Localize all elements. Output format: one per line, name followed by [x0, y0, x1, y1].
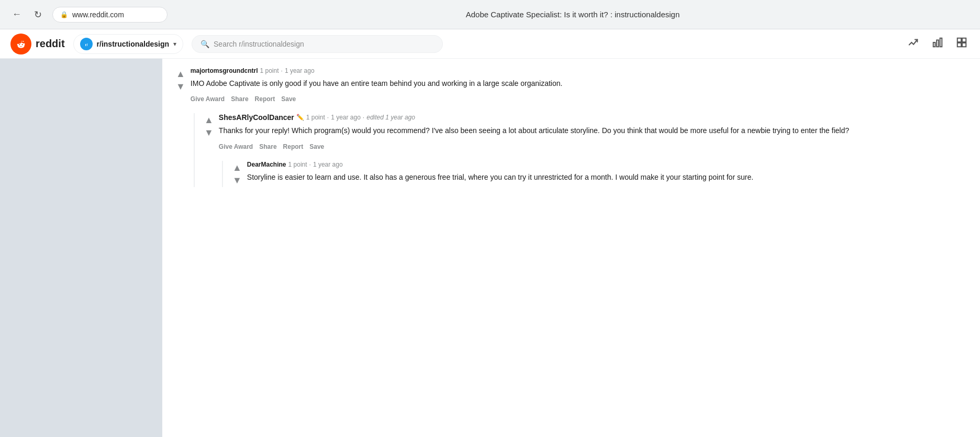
comment-3: ▲ ▼ DearMachine 1 point · 1 year ago Sto… [231, 161, 967, 187]
comment-2: ▲ ▼ ShesARlyCoolDancer ✏️ 1 point · 1 ye… [203, 113, 967, 152]
vote-column-2: ▲ ▼ [203, 113, 215, 152]
search-icon: 🔍 [201, 40, 209, 48]
svg-rect-5 [933, 42, 936, 47]
comment-dot-2: · [327, 114, 329, 121]
downvote-button-1[interactable]: ▼ [175, 81, 186, 92]
comment-points-3: 1 point [288, 161, 307, 168]
browser-chrome: ← ↻ 🔒 www.reddit.com Adobe Captivate Spe… [0, 0, 980, 29]
svg-rect-10 [957, 43, 961, 47]
svg-rect-11 [962, 43, 966, 47]
comment-points-1: 1 point [260, 67, 279, 74]
address-bar[interactable]: 🔒 www.reddit.com [52, 7, 168, 23]
give-award-button-2[interactable]: Give Award [219, 141, 253, 152]
nested-comment-2: ▲ ▼ ShesARlyCoolDancer ✏️ 1 point · 1 ye… [194, 113, 967, 187]
comment-dot-3: · [309, 161, 311, 168]
main-content: ▲ ▼ majortomsgroundcntrl 1 point · 1 yea… [0, 59, 980, 437]
save-button-2[interactable]: Save [309, 141, 324, 152]
share-button-1[interactable]: Share [231, 93, 248, 105]
comment-thread-1: ▲ ▼ majortomsgroundcntrl 1 point · 1 yea… [162, 59, 980, 195]
comment-author-3[interactable]: DearMachine [247, 161, 286, 168]
svg-rect-8 [957, 38, 961, 42]
comment-1: ▲ ▼ majortomsgroundcntrl 1 point · 1 yea… [175, 67, 967, 105]
report-button-2[interactable]: Report [283, 141, 304, 152]
vote-column-1: ▲ ▼ [175, 67, 186, 105]
search-bar[interactable]: 🔍 Search r/instructionaldesign [192, 35, 443, 53]
comment-meta-1: majortomsgroundcntrl 1 point · 1 year ag… [191, 67, 967, 74]
browser-nav: ← ↻ [8, 6, 46, 23]
pencil-icon: ✏️ [296, 114, 304, 121]
svg-rect-7 [940, 38, 942, 47]
subreddit-selector[interactable]: r/ r/instructionaldesign ▾ [73, 34, 183, 54]
downvote-button-2[interactable]: ▼ [203, 127, 215, 138]
comment-meta-3: DearMachine 1 point · 1 year ago [247, 161, 967, 168]
trending-button[interactable] [906, 35, 921, 53]
svg-point-1 [19, 44, 20, 45]
comment-body-3: DearMachine 1 point · 1 year ago Storyli… [247, 161, 967, 187]
comment-actions-2: Give Award Share Report Save [219, 141, 967, 152]
subreddit-icon: r/ [80, 38, 93, 50]
lock-icon: 🔒 [60, 11, 68, 18]
reddit-icon [10, 34, 31, 54]
upvote-button-3[interactable]: ▲ [231, 162, 243, 173]
comment-meta-2: ShesARlyCoolDancer ✏️ 1 point · 1 year a… [219, 113, 967, 122]
vote-column-3: ▲ ▼ [231, 161, 243, 187]
svg-rect-6 [937, 40, 939, 47]
back-button[interactable]: ← [8, 6, 25, 23]
comment-points-2: 1 point [306, 114, 325, 121]
comment-body-2: ShesARlyCoolDancer ✏️ 1 point · 1 year a… [219, 113, 967, 152]
reddit-wordmark: reddit [36, 38, 65, 50]
comment-dot-edited: · [363, 114, 364, 121]
comment-actions-1: Give Award Share Report Save [191, 93, 967, 105]
comment-text-1: IMO Adobe Captivate is only good if you … [191, 78, 967, 89]
comment-dot-1: · [281, 67, 283, 74]
community-button[interactable] [954, 35, 970, 53]
give-award-button-1[interactable]: Give Award [191, 93, 225, 105]
edited-text-2: edited 1 year ago [366, 114, 415, 121]
chart-button[interactable] [930, 35, 945, 53]
chevron-down-icon: ▾ [173, 40, 176, 48]
comment-text-3: Storyline is easier to learn and use. It… [247, 171, 967, 183]
search-placeholder: Search r/instructionaldesign [214, 40, 304, 48]
save-button-1[interactable]: Save [281, 93, 296, 105]
share-button-2[interactable]: Share [259, 141, 276, 152]
nested-comment-3: ▲ ▼ DearMachine 1 point · 1 year ago Sto… [222, 161, 967, 187]
sidebar-left [0, 59, 162, 437]
svg-point-2 [22, 44, 23, 45]
refresh-button[interactable]: ↻ [29, 6, 46, 23]
reddit-logo[interactable]: reddit [10, 34, 65, 54]
page-title: Adobe Captivate Specialist: Is it worth … [174, 10, 972, 19]
downvote-button-3[interactable]: ▼ [231, 174, 243, 186]
upvote-button-2[interactable]: ▲ [203, 114, 215, 126]
report-button-1[interactable]: Report [255, 93, 275, 105]
comment-time-2: 1 year ago [331, 114, 361, 121]
comments-area: ▲ ▼ majortomsgroundcntrl 1 point · 1 yea… [162, 59, 980, 437]
comment-time-3: 1 year ago [313, 161, 343, 168]
header-icons [906, 35, 970, 53]
svg-text:r/: r/ [85, 42, 87, 47]
comment-author-1[interactable]: majortomsgroundcntrl [191, 67, 258, 74]
comment-time-1: 1 year ago [285, 67, 315, 74]
comment-body-1: majortomsgroundcntrl 1 point · 1 year ag… [191, 67, 967, 105]
comment-author-2[interactable]: ShesARlyCoolDancer [219, 113, 294, 122]
url-text: www.reddit.com [72, 10, 124, 19]
svg-rect-9 [962, 38, 966, 42]
upvote-button-1[interactable]: ▲ [175, 68, 186, 80]
reddit-header: reddit r/ r/instructionaldesign ▾ 🔍 Sear… [0, 29, 980, 59]
comment-text-2: Thanks for your reply! Which program(s) … [219, 125, 967, 136]
subreddit-name: r/instructionaldesign [97, 40, 169, 48]
